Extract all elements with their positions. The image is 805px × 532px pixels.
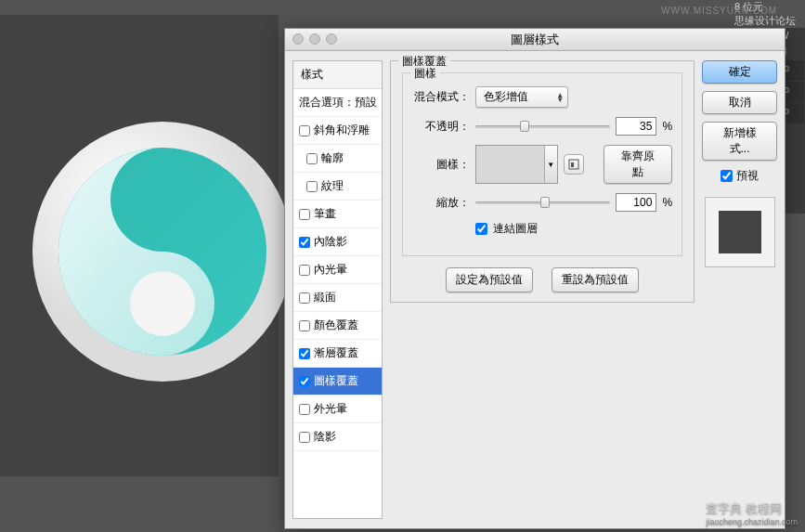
style-checkbox[interactable] <box>299 209 310 220</box>
styles-header[interactable]: 樣式 <box>293 61 382 89</box>
url-watermark: WWW.MISSYUAN.COM <box>661 6 777 16</box>
scale-slider[interactable] <box>475 195 610 210</box>
window-controls[interactable] <box>292 33 337 45</box>
scale-label: 縮放： <box>412 195 470 211</box>
style-checkbox[interactable] <box>299 237 310 248</box>
snap-origin-button[interactable]: 靠齊原點 <box>604 145 672 184</box>
percent-label: % <box>662 120 672 133</box>
style-checkbox[interactable] <box>306 153 318 164</box>
preview-artwork <box>28 117 297 386</box>
opacity-label: 不透明： <box>412 119 470 135</box>
make-default-button[interactable]: 設定為預設值 <box>446 267 533 292</box>
style-item-label: 外光暈 <box>314 401 347 417</box>
titlebar[interactable]: 圖層樣式 <box>285 29 785 51</box>
style-item-label: 斜角和浮雕 <box>314 123 370 138</box>
pattern-label: 圖樣： <box>412 157 469 173</box>
style-item[interactable]: 內光暈 <box>293 256 382 284</box>
inner-title: 圖樣 <box>410 66 440 82</box>
ok-button[interactable]: 確定 <box>702 60 777 84</box>
layer-style-dialog: 圖層樣式 樣式 混合選項：預設 斜角和浮雕輪廓紋理筆畫內陰影內光暈緞面顏色覆蓋漸… <box>284 28 786 529</box>
svg-point-2 <box>130 271 195 336</box>
style-item-label: 筆畫 <box>314 206 336 222</box>
style-item[interactable]: 陰影 <box>293 423 382 451</box>
preview-checkbox[interactable] <box>721 170 733 182</box>
preview-swatch <box>705 197 775 267</box>
link-layer-checkbox[interactable] <box>475 223 487 235</box>
settings-panel: 圖樣覆蓋 圖樣 混合模式： 色彩增值 ▲▼ 不透明： % <box>390 60 695 519</box>
canvas-background <box>0 15 279 476</box>
opacity-slider[interactable] <box>475 119 610 134</box>
style-checkbox[interactable] <box>306 181 318 192</box>
style-checkbox[interactable] <box>299 404 310 415</box>
style-checkbox[interactable] <box>299 432 310 443</box>
style-item[interactable]: 紋理 <box>293 173 382 201</box>
forum-label: 思缘设计论坛 <box>734 14 796 28</box>
dialog-title: 圖層樣式 <box>511 32 559 48</box>
blend-mode-label: 混合模式： <box>412 89 470 105</box>
style-item-label: 內光暈 <box>314 262 347 278</box>
style-item[interactable]: 斜角和浮雕 <box>293 117 382 145</box>
style-item[interactable]: 緞面 <box>293 284 382 312</box>
style-item-label: 緞面 <box>314 290 336 305</box>
blend-mode-select[interactable]: 色彩增值 ▲▼ <box>475 86 568 108</box>
style-item-label: 內陰影 <box>314 234 347 250</box>
style-item[interactable]: 外光暈 <box>293 396 382 423</box>
percent-label: % <box>662 196 672 209</box>
style-item[interactable]: 顏色覆蓋 <box>293 312 382 340</box>
new-style-button[interactable]: 新增樣式... <box>702 122 777 161</box>
style-item[interactable]: 漸層覆蓋 <box>293 340 382 368</box>
blend-options-item[interactable]: 混合選項：預設 <box>293 89 382 117</box>
scale-input[interactable] <box>616 193 656 212</box>
dialog-buttons: 確定 取消 新增樣式... 預視 <box>702 60 777 519</box>
style-item-label: 陰影 <box>314 429 336 445</box>
svg-rect-4 <box>571 162 574 167</box>
style-checkbox[interactable] <box>299 292 310 304</box>
cancel-button[interactable]: 取消 <box>702 91 777 114</box>
style-checkbox[interactable] <box>299 265 310 276</box>
preview-label: 預視 <box>736 168 759 184</box>
style-item-label: 圖樣覆蓋 <box>314 373 358 389</box>
style-checkbox[interactable] <box>299 376 310 387</box>
pattern-swatch[interactable]: ▼ <box>475 145 558 184</box>
style-item-label: 漸層覆蓋 <box>314 345 358 361</box>
watermark: 查字典 教程网 jiaocheng.chazidian.com <box>706 500 798 526</box>
style-item-label: 輪廓 <box>321 150 344 166</box>
link-layer-label: 連結圖層 <box>493 221 538 237</box>
new-preset-icon <box>568 159 579 170</box>
style-item[interactable]: 內陰影 <box>293 228 382 256</box>
reset-default-button[interactable]: 重設為預設值 <box>552 267 639 292</box>
chevron-updown-icon: ▲▼ <box>556 93 564 102</box>
new-preset-button[interactable] <box>564 154 584 175</box>
chevron-down-icon: ▼ <box>544 146 557 183</box>
style-item-label: 紋理 <box>321 178 344 194</box>
style-item[interactable]: 筆畫 <box>293 201 382 228</box>
opacity-input[interactable] <box>616 117 656 136</box>
style-item-label: 顏色覆蓋 <box>314 318 358 333</box>
style-item[interactable]: 輪廓 <box>293 145 382 173</box>
style-checkbox[interactable] <box>299 125 310 136</box>
styles-list: 樣式 混合選項：預設 斜角和浮雕輪廓紋理筆畫內陰影內光暈緞面顏色覆蓋漸層覆蓋圖樣… <box>292 60 383 519</box>
style-checkbox[interactable] <box>299 320 310 331</box>
style-checkbox[interactable] <box>299 348 310 359</box>
style-item[interactable]: 圖樣覆蓋 <box>293 368 382 396</box>
